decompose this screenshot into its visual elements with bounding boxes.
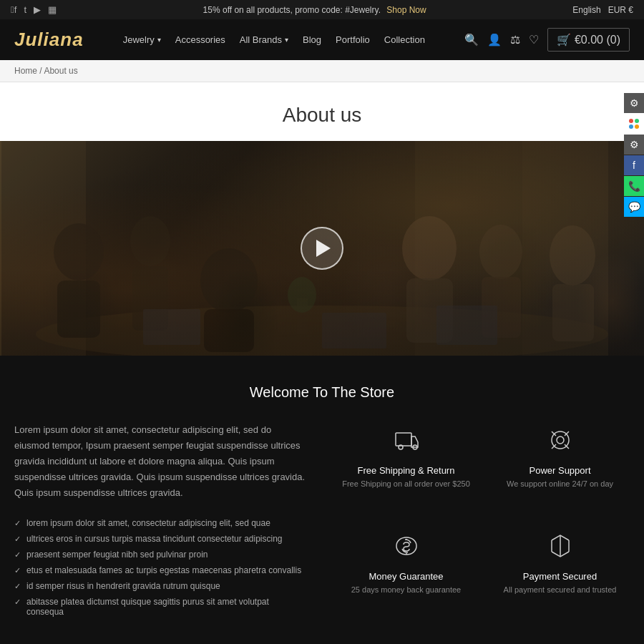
shipping-icon [389,422,424,458]
feature-money: Money Guarantee 25 days money back guara… [336,528,476,620]
list-item: etus et malesuada fames ac turpis egesta… [14,562,308,578]
feature-payment-desc: All payment secured and trusted [504,585,617,595]
list-item: id semper risus in hendrerit gravida rut… [14,578,308,594]
svg-rect-6 [57,280,100,338]
svg-point-72 [635,119,639,123]
breadcrumb-current: About us [44,66,77,76]
welcome-title: Welcome To The Store [14,384,630,401]
top-bar-right[interactable]: English EUR € [572,5,633,15]
welcome-section: Welcome To The Store Lorem ipsum dolor s… [0,356,644,644]
svg-rect-22 [396,433,411,446]
currency-selector[interactable]: EUR € [608,5,633,15]
nav-blog[interactable]: Blog [303,34,321,45]
play-button[interactable] [301,227,343,270]
feature-support-title: Power Support [530,465,591,476]
welcome-left: Lorem ipsum dolor sit amet, consectetur … [14,422,308,620]
search-icon[interactable]: 🔍 [464,33,479,47]
nav-collection[interactable]: Collection [384,34,425,45]
payment-icon [542,528,578,564]
chat-icon[interactable]: 💬 [624,197,644,217]
feature-support: Power Support We support online 24/7 on … [490,422,630,514]
language-selector[interactable]: English [572,5,600,15]
nav-all-brands[interactable]: All Brands ▾ [240,34,288,45]
svg-rect-1 [0,141,1,356]
page-title-section: About us [0,82,644,141]
user-icon[interactable]: 👤 [487,33,502,47]
logo[interactable]: Juliana [14,29,84,51]
welcome-paragraph: Lorem ipsum dolor sit amet, consectetur … [14,422,308,501]
svg-point-73 [629,125,633,129]
chevron-down-icon: ▾ [285,36,288,44]
youtube-icon[interactable]: ▶ [34,4,41,15]
shop-now-link[interactable]: Shop Now [386,5,426,15]
breadcrumb-separator: / [39,66,42,76]
svg-rect-18 [552,284,594,341]
list-item: lorem ipsum dolor sit amet, consectetur … [14,515,308,531]
feature-shipping: Free Shipping & Return Free Shipping on … [336,422,476,514]
promo-bar: 15% off on all products, promo code: #Je… [57,5,572,15]
welcome-features: Free Shipping & Return Free Shipping on … [336,422,630,620]
header: Juliana Jewelry ▾ Accessories All Brands… [0,19,644,60]
svg-rect-19 [143,309,200,345]
chevron-down-icon: ▾ [157,36,161,44]
list-item: praesent semper feugiat nibh sed pulvina… [14,547,308,562]
settings-icon[interactable]: ⚙ [624,135,644,155]
feature-money-desc: 25 days money back guarantee [351,585,462,595]
svg-point-74 [635,125,639,129]
svg-point-5 [54,223,104,280]
nav-portfolio[interactable]: Portfolio [336,34,370,45]
cart-icon: 🛒 [557,33,571,47]
main-nav: Jewelry ▾ Accessories All Brands ▾ Blog … [123,34,425,45]
svg-rect-10 [204,309,254,352]
page-title: About us [14,104,630,127]
facebook-icon[interactable]: f [11,4,16,15]
twitter-icon[interactable]: t [24,4,26,15]
svg-point-12 [288,277,316,313]
svg-point-13 [402,216,457,280]
whatsapp-icon[interactable]: 📞 [624,176,644,196]
welcome-content: Lorem ipsum dolor sit amet, consectetur … [14,422,630,620]
feature-payment: Payment Secured All payment secured and … [490,528,630,620]
cart-button[interactable]: 🛒 €0.00 (0) [547,28,630,52]
top-bar: f t ▶ ▦ 15% off on all products, promo … [0,0,644,19]
customizer-icon[interactable]: ⚙ [624,93,644,113]
nav-accessories[interactable]: Accessories [175,34,225,45]
feature-money-title: Money Guarantee [369,571,443,582]
instagram-icon[interactable]: ▦ [48,4,57,15]
header-icons: 🔍 👤 ⚖ ♡ 🛒 €0.00 (0) [464,28,630,52]
svg-rect-21 [436,306,497,345]
facebook-social-icon[interactable]: f [624,155,644,175]
feature-payment-title: Payment Secured [523,571,597,582]
svg-point-9 [200,248,258,313]
svg-point-15 [479,225,522,279]
nav-jewelry[interactable]: Jewelry ▾ [123,34,161,45]
welcome-list: lorem ipsum dolor sit amet, consectetur … [14,515,308,620]
svg-point-17 [550,225,595,286]
social-icons[interactable]: f t ▶ ▦ [11,4,57,15]
support-icon [542,422,578,458]
wishlist-icon[interactable]: ♡ [529,33,539,47]
svg-point-26 [557,436,564,444]
money-icon [389,528,424,564]
feature-shipping-title: Free Shipping & Return [358,465,455,476]
svg-point-71 [629,119,633,123]
svg-rect-20 [322,313,386,348]
breadcrumb: Home / About us [0,60,644,82]
cart-total: €0.00 (0) [575,34,620,47]
promo-text: 15% off on all products, promo code: #Je… [203,5,381,15]
breadcrumb-home[interactable]: Home [14,66,37,76]
sidebar-icons: ⚙ ⚙ f 📞 💬 [624,93,644,218]
color-picker-icon[interactable] [624,114,644,134]
svg-point-7 [130,216,170,266]
compare-icon[interactable]: ⚖ [510,33,520,47]
list-item: ultrices eros in cursus turpis massa tin… [14,531,308,547]
video-section [0,141,644,356]
list-item: abitasse platea dictumst quisque sagitti… [14,594,308,620]
feature-shipping-desc: Free Shipping on all order over $250 [342,479,470,489]
feature-support-desc: We support online 24/7 on day [507,479,613,489]
